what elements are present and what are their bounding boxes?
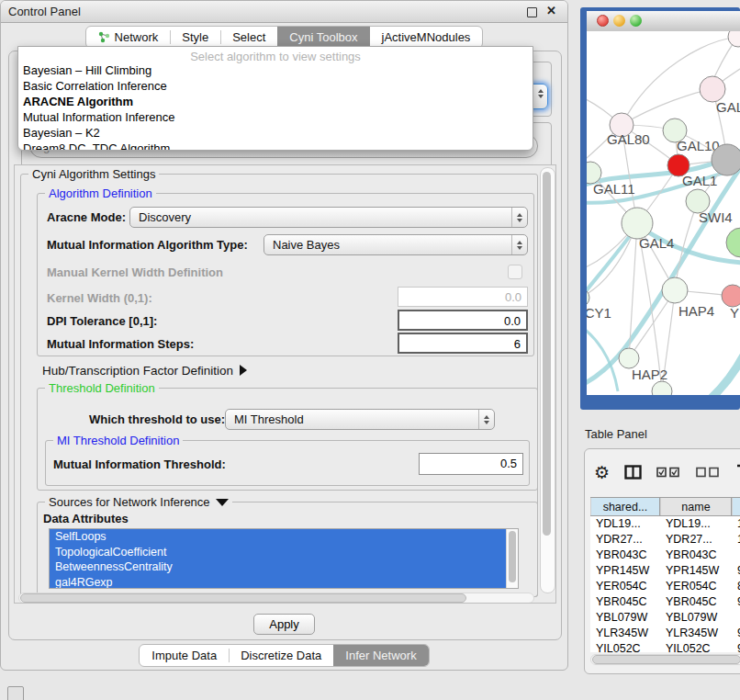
close-window-icon[interactable]: ✕ xyxy=(546,4,556,17)
network-node[interactable] xyxy=(619,348,639,368)
table-row[interactable]: YLR345WYLR345W9. xyxy=(590,626,740,641)
tab-style[interactable]: Style xyxy=(170,27,220,48)
settings-horizontal-scrollbar[interactable] xyxy=(18,593,534,604)
data-attribute-item[interactable]: SelfLoops xyxy=(50,529,518,545)
aracne-mode-label: Aracne Mode: xyxy=(47,210,126,224)
node-table: shared...nameA YDL19...YDL19...13YDR27..… xyxy=(590,497,740,665)
network-node-label: GAL11 xyxy=(593,181,635,197)
network-node[interactable] xyxy=(712,144,740,175)
algorithm-option[interactable]: Basic Correlation Inference xyxy=(18,79,533,95)
data-attribute-item[interactable]: TopologicalCoefficient xyxy=(50,545,518,560)
table-row[interactable]: YIL052CYIL052C9 xyxy=(590,641,740,652)
control-panel-titlebar[interactable]: Control Panel ✕ xyxy=(1,1,567,23)
network-node[interactable] xyxy=(722,285,740,307)
table-cell: YER054C xyxy=(660,579,732,594)
network-canvas[interactable]: GALGAL80GAL10GAL1GAL11SWI4GAL4GCY1HAP4YH… xyxy=(587,31,740,395)
data-attributes-list[interactable]: SelfLoopsTopologicalCoefficientBetweenne… xyxy=(49,528,519,589)
table-row[interactable]: YDR27...YDR27...12 xyxy=(590,532,740,548)
zoom-traffic-light-icon[interactable] xyxy=(630,15,642,27)
bottom-tabbar: Impute DataDiscretize DataInfer Network xyxy=(1,644,567,667)
tab-network[interactable]: Network xyxy=(86,27,171,48)
tab-infer-network[interactable]: Infer Network xyxy=(333,645,428,666)
minimize-traffic-light-icon[interactable] xyxy=(613,15,625,27)
network-node-label: GCY1 xyxy=(587,305,611,321)
tab-label: Discretize Data xyxy=(241,649,321,662)
checked-boxes-icon[interactable] xyxy=(656,467,681,478)
table-cell: YDR27... xyxy=(590,532,660,548)
panel-toggle-icon[interactable] xyxy=(7,686,24,700)
table-row[interactable]: YBR045CYBR045C9. xyxy=(590,594,740,610)
float-window-icon[interactable] xyxy=(527,7,537,17)
network-node-label: GAL xyxy=(716,99,740,115)
algorithm-option[interactable]: ARACNE Algorithm xyxy=(18,95,533,110)
algorithm-combo-placeholder[interactable]: Select algorithm to view settings xyxy=(18,47,533,63)
network-edge[interactable] xyxy=(622,89,712,125)
algorithm-option[interactable]: Mutual Information Inference xyxy=(18,110,533,126)
network-node[interactable] xyxy=(662,277,688,303)
algorithm-option[interactable]: Bayesian – Hill Climbing xyxy=(18,63,533,79)
tab-select[interactable]: Select xyxy=(220,27,277,48)
table-row[interactable]: YPR145WYPR145W9. xyxy=(590,563,740,579)
aracne-mode-combo[interactable]: Discovery xyxy=(129,207,528,228)
tab-jactivemnodules[interactable]: jActiveMNodules xyxy=(370,27,483,48)
network-node-label: HAP2 xyxy=(632,367,667,382)
table-cell: YDL19... xyxy=(660,516,732,532)
table-row[interactable]: YBL079WYBL079W xyxy=(590,610,740,626)
split-columns-icon[interactable] xyxy=(624,465,642,480)
column-header[interactable]: A xyxy=(732,498,740,515)
table-horizontal-scrollbar-thumb[interactable] xyxy=(592,655,740,664)
network-node[interactable] xyxy=(652,381,672,395)
table-cell: 9. xyxy=(732,626,740,641)
which-threshold-combo[interactable]: MI Threshold xyxy=(225,409,495,430)
mi-threshold-group: MI Threshold Definition Mutual Informati… xyxy=(45,440,530,486)
combo-stepper-icon xyxy=(511,208,527,227)
unchecked-boxes-icon[interactable] xyxy=(696,467,721,478)
mi-type-label: Mutual Information Algorithm Type: xyxy=(47,238,248,252)
table-cell: YPR145W xyxy=(660,563,732,579)
network-node[interactable] xyxy=(726,228,740,257)
manual-kernel-checkbox[interactable] xyxy=(508,265,522,279)
network-node[interactable] xyxy=(622,208,653,239)
network-node[interactable] xyxy=(700,76,725,102)
settings-horizontal-scrollbar-thumb[interactable] xyxy=(20,593,466,603)
tab-impute-data[interactable]: Impute Data xyxy=(140,645,229,666)
document-icon[interactable] xyxy=(735,463,740,481)
table-header-row: shared...nameA xyxy=(590,497,740,516)
network-edge[interactable] xyxy=(587,226,637,307)
collapsed-arrow-icon[interactable] xyxy=(240,365,247,376)
expanded-arrow-icon[interactable] xyxy=(216,499,229,506)
table-row[interactable]: YBR043CYBR043C xyxy=(590,548,740,563)
table-cell: YLR345W xyxy=(660,626,732,641)
network-node-label: SWI4 xyxy=(699,209,733,225)
table-row[interactable]: YER054CYER054C8. xyxy=(590,579,740,594)
table-horizontal-scrollbar[interactable] xyxy=(590,654,740,665)
mi-type-combo[interactable]: Naive Bayes xyxy=(263,234,528,255)
apply-button[interactable]: Apply xyxy=(253,614,315,635)
network-edge[interactable] xyxy=(666,348,740,395)
settings-vertical-scrollbar-thumb[interactable] xyxy=(543,172,551,536)
dpi-tolerance-field[interactable]: 0.0 xyxy=(398,310,528,331)
column-header[interactable]: name xyxy=(660,498,732,515)
mi-threshold-field[interactable]: 0.5 xyxy=(419,453,523,475)
list-scrollbar-thumb[interactable] xyxy=(509,531,516,582)
network-window-titlebar[interactable] xyxy=(587,11,740,32)
tab-cyni-toolbox[interactable]: Cyni Toolbox xyxy=(277,27,369,48)
hub-definition-toggle[interactable]: Hub/Transcription Factor Definition xyxy=(42,362,247,378)
algorithm-option[interactable]: Dream8 DC_TDC Algorithm xyxy=(18,141,533,151)
table-row[interactable]: YDL19...YDL19...13 xyxy=(590,516,740,532)
tab-discretize-data[interactable]: Discretize Data xyxy=(229,645,333,666)
algorithm-option[interactable]: Bayesian – K2 xyxy=(18,126,533,141)
mi-steps-field[interactable]: 6 xyxy=(398,333,528,354)
network-node-label: GAL80 xyxy=(607,131,650,147)
network-node[interactable] xyxy=(728,31,740,47)
kernel-width-field[interactable]: 0.0 xyxy=(398,287,528,307)
settings-vertical-scrollbar[interactable] xyxy=(540,167,555,593)
column-header[interactable]: shared... xyxy=(590,498,660,515)
close-traffic-light-icon[interactable] xyxy=(597,15,609,27)
data-attribute-item[interactable]: gal4RGexp xyxy=(50,575,518,590)
list-scrollbar[interactable] xyxy=(506,529,518,588)
table-toolbar: ⚙ xyxy=(594,460,740,484)
data-attribute-item[interactable]: BetweennessCentrality xyxy=(50,559,518,575)
gear-icon[interactable]: ⚙ xyxy=(594,464,610,481)
manual-kernel-label: Manual Kernel Width Definition xyxy=(47,265,223,279)
